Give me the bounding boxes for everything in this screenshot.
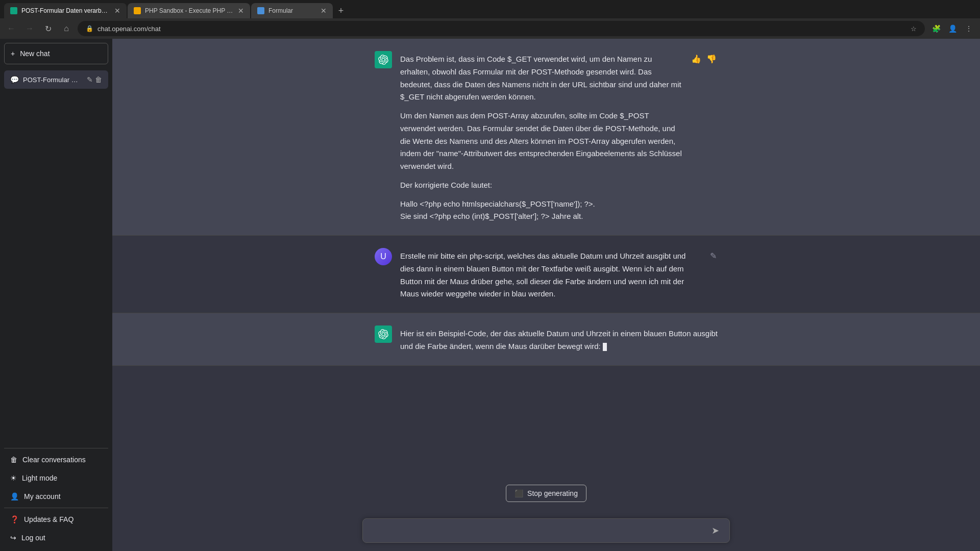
message-3-text: Hier ist ein Beispiel-Code, der das aktu… (400, 325, 718, 353)
chat-icon: 💬 (10, 76, 19, 84)
tab-3-close[interactable]: ✕ (321, 7, 327, 15)
tab-2-close[interactable]: ✕ (238, 7, 244, 15)
message-3-inner: Hier ist ein Beispiel-Code, der das aktu… (362, 325, 730, 353)
tab-3-favicon (257, 7, 264, 14)
chat-input[interactable] (371, 524, 709, 537)
address-bar-row: ← → ↻ ⌂ 🔒 chat.openai.com/chat ☆ 🧩 👤 ⋮ (0, 18, 980, 39)
gpt-logo-svg-3 (378, 329, 388, 339)
msg2-text: Erstelle mir bitte ein php-script, welch… (400, 250, 701, 300)
send-button[interactable]: ➤ (709, 524, 721, 537)
extensions-icon[interactable]: 🧩 (929, 21, 943, 36)
user-avatar-initial: U (380, 252, 386, 261)
tab-bar: POST-Formular Daten verarbeite... ✕ PHP … (0, 0, 980, 18)
browser-chrome: POST-Formular Daten verarbeite... ✕ PHP … (0, 0, 980, 39)
sidebar-light-mode[interactable]: ☀ Light mode (4, 469, 108, 487)
gpt-logo-svg (378, 55, 388, 65)
delete-chat-icon[interactable]: 🗑 (95, 76, 102, 84)
clear-icon: 🗑 (10, 456, 17, 464)
gpt-avatar-3 (375, 325, 392, 343)
sidebar: + New chat 💬 POST-Formular Daten v ✎ 🗑 🗑… (0, 39, 112, 551)
nav-back-button[interactable]: ← (4, 21, 18, 36)
new-chat-button[interactable]: + New chat (4, 43, 108, 64)
browser-menu-icon[interactable]: ⋮ (962, 21, 976, 36)
nav-refresh-button[interactable]: ↻ (41, 21, 55, 36)
nav-forward-button[interactable]: → (22, 21, 37, 36)
tab-1[interactable]: POST-Formular Daten verarbeite... ✕ (4, 3, 127, 18)
message-1-text: Das Problem ist, dass im Code $_GET verw… (400, 51, 682, 223)
message-1-inner: Das Problem ist, dass im Code $_GET verw… (362, 51, 730, 223)
tab-2-favicon (134, 7, 141, 14)
account-icon: 👤 (10, 492, 19, 500)
sidebar-log-out[interactable]: ↪ Log out (4, 529, 108, 547)
edit-message-button-2[interactable]: ✎ (709, 250, 718, 262)
main-content: Das Problem ist, dass im Code $_GET verw… (112, 39, 980, 551)
clear-label: Clear conversations (22, 456, 86, 464)
message-1: Das Problem ist, dass im Code $_GET verw… (112, 39, 980, 236)
message-2-actions: ✎ (709, 248, 718, 262)
ssl-lock-icon: 🔒 (86, 25, 93, 32)
sidebar-item-chat1[interactable]: 💬 POST-Formular Daten v ✎ 🗑 (4, 70, 108, 89)
sidebar-clear-conversations[interactable]: 🗑 Clear conversations (4, 450, 108, 469)
tab-3[interactable]: Formular ✕ (251, 3, 333, 18)
typing-cursor (603, 343, 607, 351)
sun-icon: ☀ (10, 474, 17, 482)
sidebar-updates-faq[interactable]: ❓ Updates & FAQ (4, 510, 108, 529)
logout-icon: ↪ (10, 534, 16, 542)
profile-icon[interactable]: 👤 (945, 21, 960, 36)
url-text: chat.openai.com/chat (97, 25, 906, 33)
message-3: Hier ist ein Beispiel-Code, der das aktu… (112, 313, 980, 366)
stop-generating-label: Stop generating (527, 489, 578, 497)
message-1-actions: 👍 👎 (690, 51, 718, 65)
edit-chat-icon[interactable]: ✎ (87, 76, 93, 84)
msg1-para3: Der korrigierte Code lautet: (400, 179, 682, 192)
tab-3-title: Formular (268, 7, 293, 14)
tab-2-title: PHP Sandbox - Execute PHP cod... (145, 7, 234, 14)
address-bar[interactable]: 🔒 chat.openai.com/chat ☆ (78, 21, 925, 36)
stop-generating-button[interactable]: ⬛ Stop generating (506, 485, 586, 502)
thumbup-button-1[interactable]: 👍 (690, 53, 702, 65)
stop-square-icon: ⬛ (514, 489, 523, 497)
user-avatar-2: U (375, 248, 392, 265)
tab-1-title: POST-Formular Daten verarbeite... (21, 7, 110, 14)
msg3-text: Hier ist ein Beispiel-Code, der das aktu… (400, 328, 718, 353)
new-tab-button[interactable]: + (334, 4, 348, 18)
thumbdown-button-1[interactable]: 👎 (705, 53, 718, 65)
stop-generating-wrapper: ⬛ Stop generating (112, 481, 980, 506)
sidebar-divider-top (4, 448, 108, 448)
browser-toolbar-icons: 🧩 👤 ⋮ (929, 21, 976, 36)
sidebar-my-account[interactable]: 👤 My account (4, 487, 108, 506)
updates-icon: ❓ (10, 515, 19, 523)
new-chat-label: New chat (20, 49, 50, 58)
new-chat-plus-icon: + (11, 49, 15, 58)
sidebar-chat1-title: POST-Formular Daten v (23, 76, 83, 84)
msg1-para2: Um den Namen aus dem POST-Array abzurufe… (400, 110, 682, 173)
input-wrapper: ➤ (362, 518, 730, 543)
updates-label: Updates & FAQ (24, 515, 74, 523)
msg1-para4: Hallo <?php echo htmlspecialchars($_POST… (400, 198, 682, 223)
nav-home-button[interactable]: ⌂ (59, 21, 74, 36)
msg1-para1: Das Problem ist, dass im Code $_GET verw… (400, 53, 682, 104)
tab-2[interactable]: PHP Sandbox - Execute PHP cod... ✕ (128, 3, 250, 18)
message-2-text: Erstelle mir bitte ein php-script, welch… (400, 248, 701, 300)
input-area: ➤ (112, 512, 980, 551)
logout-label: Log out (21, 534, 45, 542)
light-mode-label: Light mode (22, 474, 57, 482)
sidebar-spacer (4, 91, 108, 446)
bookmark-star-icon[interactable]: ☆ (911, 25, 917, 33)
tab-1-close[interactable]: ✕ (114, 7, 120, 15)
message-2: U Erstelle mir bitte ein php-script, wel… (112, 236, 980, 313)
gpt-avatar-1 (375, 51, 392, 68)
app-wrapper: + New chat 💬 POST-Formular Daten v ✎ 🗑 🗑… (0, 0, 980, 551)
tab-1-favicon (10, 7, 17, 14)
address-bar-actions: ☆ (911, 25, 917, 33)
messages-area: Das Problem ist, dass im Code $_GET verw… (112, 39, 980, 481)
my-account-label: My account (24, 492, 61, 500)
sidebar-chat1-actions: ✎ 🗑 (87, 76, 102, 84)
sidebar-divider-bottom (4, 508, 108, 508)
message-2-inner: U Erstelle mir bitte ein php-script, wel… (362, 248, 730, 300)
